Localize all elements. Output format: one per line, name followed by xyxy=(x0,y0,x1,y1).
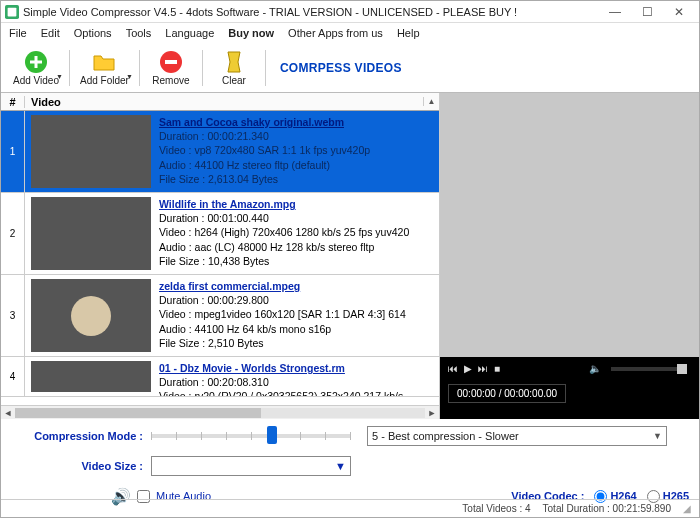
menu-other-apps[interactable]: Other Apps from us xyxy=(288,27,383,39)
add-video-label: Add Video xyxy=(13,75,59,86)
player-controls: ⏮ ▶ ⏭ ■ 🔈 00:00:00 / 00:00:00.00 xyxy=(440,357,699,419)
row-number: 2 xyxy=(1,193,25,274)
window-title: Simple Video Compressor V4.5 - 4dots Sof… xyxy=(23,6,517,18)
file-size: File Size : 10,438 Bytes xyxy=(159,254,437,268)
play-icon[interactable]: ▶ xyxy=(464,363,472,374)
volume-slider[interactable] xyxy=(611,367,687,371)
preview-video xyxy=(440,93,699,357)
thumbnail xyxy=(31,197,151,270)
app-icon xyxy=(5,5,19,19)
list-item[interactable]: 1 Sam and Cocoa shaky original.webm Dura… xyxy=(1,111,439,193)
video-list-pane: # Video ▲ 1 Sam and Cocoa shaky original… xyxy=(1,93,440,419)
video-info: Video : mpeg1video 160x120 [SAR 1:1 DAR … xyxy=(159,307,437,321)
compression-mode-label: Compression Mode : xyxy=(11,430,151,442)
menu-edit[interactable]: Edit xyxy=(41,27,60,39)
scroll-thumb[interactable] xyxy=(15,408,261,418)
separator xyxy=(139,50,140,86)
row-number: 1 xyxy=(1,111,25,192)
list-body[interactable]: 1 Sam and Cocoa shaky original.webm Dura… xyxy=(1,111,439,405)
separator xyxy=(202,50,203,86)
stop-icon[interactable]: ■ xyxy=(494,363,500,374)
video-info: Video : h264 (High) 720x406 1280 kb/s 25… xyxy=(159,225,437,239)
audio-info: Audio : 44100 Hz 64 kb/s mono s16p xyxy=(159,322,437,336)
list-item[interactable]: 3 zelda first commercial.mpeg Duration :… xyxy=(1,275,439,357)
scroll-track[interactable] xyxy=(15,408,425,418)
skip-back-icon[interactable]: ⏮ xyxy=(448,363,458,374)
add-folder-button[interactable]: Add Folder▼ xyxy=(74,48,135,88)
chevron-down-icon: ▼ xyxy=(335,460,346,472)
clear-icon xyxy=(222,50,246,74)
statusbar: Total Videos : 4 Total Duration : 00:21:… xyxy=(1,499,699,517)
video-duration: Duration : 00:01:00.440 xyxy=(159,211,437,225)
separator xyxy=(265,50,266,86)
chevron-down-icon: ▼ xyxy=(653,431,662,441)
menu-language[interactable]: Language xyxy=(165,27,214,39)
audio-info: Audio : 44100 Hz stereo fltp (default) xyxy=(159,158,437,172)
video-duration: Duration : 00:00:29.800 xyxy=(159,293,437,307)
volume-icon[interactable]: 🔈 xyxy=(589,363,601,374)
toolbar: Add Video▼ Add Folder▼ Remove Clear COMR… xyxy=(1,43,699,93)
clear-button[interactable]: Clear xyxy=(207,48,261,88)
list-header: # Video ▲ xyxy=(1,93,439,111)
video-title: 01 - Dbz Movie - Worlds Strongest.rm xyxy=(159,361,437,375)
add-video-button[interactable]: Add Video▼ xyxy=(7,48,65,88)
clear-label: Clear xyxy=(222,75,246,86)
remove-button[interactable]: Remove xyxy=(144,48,198,88)
row-meta: zelda first commercial.mpeg Duration : 0… xyxy=(157,275,439,356)
compression-slider[interactable] xyxy=(151,434,351,438)
list-item[interactable]: 4 01 - Dbz Movie - Worlds Strongest.rm D… xyxy=(1,357,439,397)
total-videos: Total Videos : 4 xyxy=(462,503,530,514)
video-title: Wildlife in the Amazon.mpg xyxy=(159,197,437,211)
video-size-label: Video Size : xyxy=(11,460,151,472)
remove-label: Remove xyxy=(152,75,189,86)
row-number: 4 xyxy=(1,357,25,396)
options-panel: Compression Mode : 5 - Best compression … xyxy=(1,419,699,507)
svg-rect-1 xyxy=(8,7,17,16)
row-meta: Sam and Cocoa shaky original.webm Durati… xyxy=(157,111,439,192)
separator xyxy=(69,50,70,86)
close-button[interactable]: ✕ xyxy=(663,5,695,19)
maximize-button[interactable]: ☐ xyxy=(631,5,663,19)
slider-handle[interactable] xyxy=(267,426,277,444)
row-meta: Wildlife in the Amazon.mpg Duration : 00… xyxy=(157,193,439,274)
row-meta: 01 - Dbz Movie - Worlds Strongest.rm Dur… xyxy=(157,357,439,396)
thumbnail xyxy=(31,361,151,392)
audio-info: Audio : aac (LC) 48000 Hz 128 kb/s stere… xyxy=(159,240,437,254)
menu-options[interactable]: Options xyxy=(74,27,112,39)
player-time: 00:00:00 / 00:00:00.00 xyxy=(448,384,566,403)
scroll-up-button[interactable]: ▲ xyxy=(423,97,439,106)
video-title: Sam and Cocoa shaky original.webm xyxy=(159,115,437,129)
scroll-right-button[interactable]: ► xyxy=(425,408,439,418)
add-video-icon xyxy=(24,50,48,74)
scroll-left-button[interactable]: ◄ xyxy=(1,408,15,418)
menu-buy-now[interactable]: Buy now xyxy=(228,27,274,39)
compression-mode-select[interactable]: 5 - Best compression - Slower ▼ xyxy=(367,426,667,446)
video-duration: Duration : 00:00:21.340 xyxy=(159,129,437,143)
menu-help[interactable]: Help xyxy=(397,27,420,39)
add-folder-label: Add Folder xyxy=(80,75,129,86)
compress-videos-button[interactable]: COMRPESS VIDEOS xyxy=(280,61,402,75)
minimize-button[interactable]: — xyxy=(599,5,631,19)
menu-tools[interactable]: Tools xyxy=(126,27,152,39)
main-area: # Video ▲ 1 Sam and Cocoa shaky original… xyxy=(1,93,699,419)
col-number[interactable]: # xyxy=(1,96,25,108)
file-size: File Size : 2,510 Bytes xyxy=(159,336,437,350)
folder-icon xyxy=(92,50,116,74)
video-info: Video : vp8 720x480 SAR 1:1 1k fps yuv42… xyxy=(159,143,437,157)
col-video[interactable]: Video xyxy=(25,96,423,108)
resize-grip-icon[interactable]: ◢ xyxy=(683,503,691,514)
svg-rect-4 xyxy=(165,60,177,64)
list-item[interactable]: 2 Wildlife in the Amazon.mpg Duration : … xyxy=(1,193,439,275)
skip-forward-icon[interactable]: ⏭ xyxy=(478,363,488,374)
horizontal-scrollbar[interactable]: ◄ ► xyxy=(1,405,439,419)
remove-icon xyxy=(159,50,183,74)
video-size-select[interactable]: ▼ xyxy=(151,456,351,476)
preview-pane: ⏮ ▶ ⏭ ■ 🔈 00:00:00 / 00:00:00.00 xyxy=(440,93,699,419)
menu-file[interactable]: File xyxy=(9,27,27,39)
video-duration: Duration : 00:20:08.310 xyxy=(159,375,437,389)
file-size: File Size : 2,613.04 Bytes xyxy=(159,172,437,186)
thumbnail xyxy=(31,279,151,352)
video-title: zelda first commercial.mpeg xyxy=(159,279,437,293)
menubar: File Edit Options Tools Language Buy now… xyxy=(1,23,699,43)
row-number: 3 xyxy=(1,275,25,356)
